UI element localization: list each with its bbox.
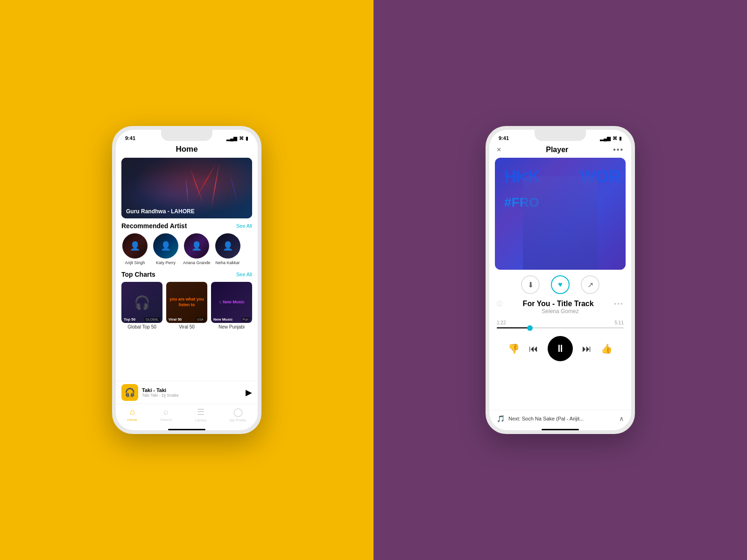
next-track[interactable]: 🎵 Next: Soch Na Sake (Pal - Arijit... ∧	[489, 410, 631, 427]
signal-icon: ▂▄▆	[226, 136, 237, 141]
current-time: 1:22	[497, 320, 506, 325]
track-title-row: ⓘ For You - Title Track •••	[497, 300, 624, 308]
thumbs-up-button[interactable]: 👍	[601, 343, 613, 354]
recommended-see-all[interactable]: See All	[236, 223, 252, 229]
next-track-text: Next: Soch Na Sake (Pal - Arijit...	[508, 416, 615, 421]
mini-play-button[interactable]: ▶	[246, 387, 252, 398]
progress-thumb[interactable]	[527, 325, 533, 331]
chart-tag-global: Top 50	[124, 317, 135, 322]
home-nav-icon: ⌂	[130, 407, 135, 417]
charts-see-all[interactable]: See All	[236, 272, 252, 277]
artist-name-ariana: Ariana Grande	[183, 260, 211, 265]
notch	[161, 130, 212, 141]
track-options-button[interactable]: •••	[614, 300, 624, 308]
chart-tag-punjabi: New Music	[213, 317, 233, 322]
nav-home[interactable]: ⌂ Home	[127, 407, 137, 422]
mini-player[interactable]: 🎧 Taki - Taki Taki Taki - Dj Snake ▶	[116, 381, 258, 404]
player-title: Player	[546, 146, 568, 154]
player-status-icons: ▂▄▆ ⌘ ▮	[600, 136, 622, 141]
chart-viral[interactable]: you are what you listen to Viral 50 USA …	[166, 282, 207, 329]
search-nav-icon: ⌕	[163, 407, 169, 417]
streak-5	[185, 176, 188, 204]
artists-row: 👤 Arijit Singh 👤 Katy Perry 👤	[116, 231, 258, 267]
chart-region-viral: USA	[196, 317, 205, 322]
chart-overlay-viral: Viral 50 USA	[166, 316, 207, 323]
player-wifi-icon: ⌘	[613, 136, 617, 141]
chart-tag-viral: Viral 50	[169, 317, 182, 322]
chart-punjabi[interactable]: ♫ New Music New Music Pun New Punjabi	[211, 282, 252, 329]
charts-row: 🎧 Top 50 GLOBAL Global Top 50	[116, 280, 258, 331]
bottom-nav: ⌂ Home ⌕ Search ☰ Library ◯ My Profile	[116, 404, 258, 427]
artist-icon-ariana: 👤	[191, 241, 202, 251]
player-phone: 9:41 ▂▄▆ ⌘ ▮ × Player ••• HI<K	[486, 126, 635, 434]
artist-avatar-neha: 👤	[215, 233, 240, 259]
progress-fill	[497, 327, 530, 329]
chart-text-punjabi: ♫ New Music	[216, 297, 247, 308]
next-button[interactable]: ⏭	[582, 343, 592, 354]
chart-bg-global: 🎧 Top 50 GLOBAL	[121, 282, 162, 323]
chart-label-punjabi: New Punjabi	[218, 324, 245, 329]
pause-icon: ⏸	[555, 343, 565, 355]
chart-bg-viral: you are what you listen to Viral 50 USA	[166, 282, 207, 323]
progress-times: 1:22 5:11	[497, 320, 624, 325]
hero-label: Guru Randhwa - LAHORE	[126, 208, 195, 215]
chart-card-global: 🎧 Top 50 GLOBAL	[121, 282, 162, 323]
artist-ariana[interactable]: 👤 Ariana Grande	[183, 233, 211, 265]
home-phone: 9:41 ▂▄▆ ⌘ ▮ Home	[112, 126, 261, 434]
chart-region-punjabi: Pun	[241, 317, 250, 322]
player-close-button[interactable]: ×	[497, 146, 501, 154]
dislike-button[interactable]: 👎	[508, 343, 520, 354]
artist-katy[interactable]: 👤 Katy Perry	[152, 233, 179, 265]
player-notch	[535, 130, 586, 141]
home-screen: Home Guru Randhwa - LAHORE Recomm	[116, 143, 258, 430]
hero-banner[interactable]: Guru Randhwa - LAHORE	[121, 158, 252, 218]
player-time: 9:41	[499, 135, 509, 141]
artist-avatar-ariana: 👤	[184, 233, 209, 259]
artist-arijit[interactable]: 👤 Arijit Singh	[121, 233, 148, 265]
artist-neha[interactable]: 👤 Neha Kakkar	[214, 233, 241, 265]
chart-overlay-punjabi: New Music Pun	[211, 316, 252, 323]
share-icon: ↗	[587, 280, 593, 289]
wifi-icon: ⌘	[239, 136, 244, 141]
chart-text-viral: you are what you listen to	[166, 294, 207, 310]
info-icon: ⓘ	[497, 300, 502, 308]
time: 9:41	[125, 135, 135, 141]
download-button[interactable]: ⬇	[521, 275, 540, 294]
mini-headphone-icon: 🎧	[125, 387, 135, 398]
like-button[interactable]: ♥	[551, 275, 570, 294]
chart-overlay-global: Top 50 GLOBAL	[121, 316, 162, 323]
artist-name-katy: Katy Perry	[156, 260, 176, 265]
left-background: 9:41 ▂▄▆ ⌘ ▮ Home	[0, 0, 374, 560]
charts-section-header: Top Charts See All	[116, 267, 258, 280]
artist-icon-katy: 👤	[161, 241, 171, 251]
library-nav-icon: ☰	[197, 407, 204, 417]
track-artist: Selena Gomez	[497, 308, 624, 315]
chart-card-viral: you are what you listen to Viral 50 USA	[166, 282, 207, 323]
previous-button[interactable]: ⏮	[529, 343, 538, 354]
battery-icon: ▮	[246, 136, 248, 141]
album-art: HI<K #FRO WOR	[495, 158, 626, 270]
artist-name-neha: Neha Kakkar	[216, 260, 240, 265]
right-background: 9:41 ▂▄▆ ⌘ ▮ × Player ••• HI<K	[374, 0, 747, 560]
player-signal-icon: ▂▄▆	[600, 136, 611, 141]
chart-global[interactable]: 🎧 Top 50 GLOBAL Global Top 50	[121, 282, 162, 329]
nav-profile[interactable]: ◯ My Profile	[230, 407, 247, 422]
play-pause-button[interactable]: ⏸	[548, 336, 573, 361]
player-screen: × Player ••• HI<K #FRO WOR ⬇	[489, 143, 631, 430]
player-home-indicator	[542, 429, 579, 430]
total-time: 5:11	[615, 320, 624, 325]
track-title: For You - Title Track	[502, 300, 614, 308]
album-figure	[523, 176, 598, 270]
chart-label-global: Global Top 50	[127, 324, 156, 329]
nav-search[interactable]: ⌕ Search	[160, 407, 172, 422]
streak-3	[229, 172, 238, 204]
share-button[interactable]: ↗	[581, 275, 599, 294]
recommended-section-header: Recommended Artist See All	[116, 218, 258, 231]
progress-track[interactable]	[497, 327, 624, 329]
next-track-icon: 🎵	[497, 415, 505, 422]
library-nav-label: Library	[195, 418, 206, 422]
chart-bg-punjabi: ♫ New Music New Music Pun	[211, 282, 252, 323]
player-more-button[interactable]: •••	[613, 146, 624, 154]
nav-library[interactable]: ☰ Library	[195, 407, 206, 422]
home-nav-label: Home	[127, 418, 137, 422]
